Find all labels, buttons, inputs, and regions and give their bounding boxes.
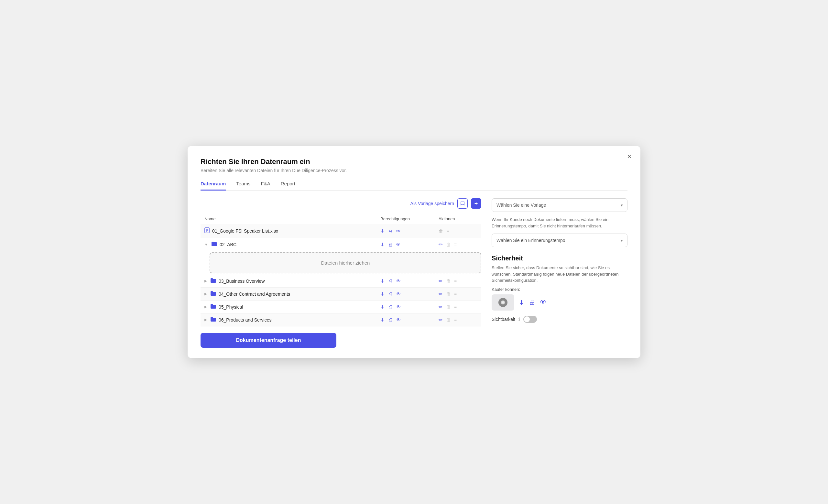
view-icon[interactable]: 👁 bbox=[396, 317, 401, 323]
top-actions: Als Vorlage speichern + bbox=[201, 198, 481, 209]
view-permission-icon[interactable]: 👁 bbox=[540, 299, 546, 306]
table-row: ▼ 02_ABC ⬇ 🖨 👁 ✏ 🗑 = bbox=[201, 238, 481, 251]
reminder-text: Wenn Ihr Kunde noch Dokumente liefern mu… bbox=[492, 216, 627, 229]
left-panel: Als Vorlage speichern + Name Berechtigun… bbox=[201, 198, 481, 348]
file-name: 04_Other Contract and Agreements bbox=[219, 291, 290, 297]
bookmark-icon-button[interactable] bbox=[457, 198, 468, 209]
file-name: 03_Business Overview bbox=[219, 279, 264, 284]
download-icon[interactable]: ⬇ bbox=[380, 291, 384, 297]
edit-icon[interactable]: ✏ bbox=[439, 317, 443, 323]
ai-icon-box[interactable] bbox=[492, 294, 514, 310]
sichtbarkeit-row: Sichtbarkeit ℹ bbox=[492, 316, 627, 323]
share-button[interactable]: Dokumentenanfrage teilen bbox=[201, 333, 336, 348]
chevron-right-icon[interactable]: ▶ bbox=[204, 305, 207, 309]
tab-report[interactable]: Report bbox=[281, 181, 295, 191]
actions-cell: ✏ 🗑 = bbox=[439, 291, 478, 297]
permissions-cell: ⬇ 🖨 👁 bbox=[380, 291, 439, 297]
col-name: Name bbox=[204, 216, 380, 221]
buyer-icons-row: ⬇ 🖨 👁 bbox=[492, 294, 627, 310]
edit-icon[interactable]: ✏ bbox=[439, 242, 443, 248]
save-template-button[interactable]: Als Vorlage speichern bbox=[410, 201, 454, 206]
actions-cell: ✏ 🗑 = bbox=[439, 304, 478, 310]
permissions-cell: ⬇ 🖨 👁 bbox=[380, 228, 439, 234]
download-permission-icon[interactable]: ⬇ bbox=[519, 299, 524, 306]
permissions-cell: ⬇ 🖨 👁 bbox=[380, 242, 439, 248]
modal-title: Richten Sie Ihren Datenraum ein bbox=[201, 158, 627, 166]
table-row: ▶ 05_Physical ⬇ 🖨 👁 ✏ 🗑 = bbox=[201, 300, 481, 313]
chevron-down-icon[interactable]: ▼ bbox=[204, 243, 208, 247]
drag-handle[interactable]: = bbox=[454, 279, 457, 284]
delete-icon[interactable]: 🗑 bbox=[446, 317, 451, 323]
download-icon[interactable]: ⬇ bbox=[380, 304, 384, 310]
download-icon[interactable]: ⬇ bbox=[380, 278, 384, 284]
print-permission-icon[interactable]: 🖨 bbox=[529, 299, 535, 306]
file-name-cell: ▶ 06_Products and Services bbox=[204, 317, 380, 323]
file-name: 02_ABC bbox=[220, 242, 237, 247]
drag-handle[interactable]: = bbox=[454, 291, 457, 297]
download-icon[interactable]: ⬇ bbox=[380, 242, 384, 248]
view-icon[interactable]: 👁 bbox=[396, 291, 401, 297]
delete-icon[interactable]: 🗑 bbox=[446, 304, 451, 309]
template-select-wrapper: Wählen Sie eine Vorlage Vorlage 1 Vorlag… bbox=[492, 198, 627, 212]
view-icon[interactable]: 👁 bbox=[396, 228, 401, 234]
file-name-cell: ▼ 02_ABC bbox=[204, 241, 380, 248]
actions-cell: ✏ 🗑 = bbox=[439, 278, 478, 284]
divider bbox=[492, 252, 627, 252]
drag-handle[interactable]: = bbox=[447, 228, 449, 234]
print-icon[interactable]: 🖨 bbox=[388, 291, 392, 297]
delete-icon[interactable]: 🗑 bbox=[446, 291, 451, 297]
download-icon[interactable]: ⬇ bbox=[380, 228, 384, 234]
file-name: 05_Physical bbox=[219, 304, 243, 309]
view-icon[interactable]: 👁 bbox=[396, 304, 401, 309]
delete-icon[interactable]: 🗑 bbox=[446, 242, 451, 247]
file-name-cell: 01_Google FSI Speaker List.xlsx bbox=[204, 227, 380, 235]
print-icon[interactable]: 🖨 bbox=[388, 278, 392, 284]
edit-icon[interactable]: ✏ bbox=[439, 278, 443, 284]
chevron-right-icon[interactable]: ▶ bbox=[204, 318, 207, 322]
col-permissions: Berechtigungen bbox=[380, 216, 439, 221]
drag-handle[interactable]: = bbox=[454, 242, 457, 247]
edit-icon[interactable]: ✏ bbox=[439, 291, 443, 297]
permissions-cell: ⬇ 🖨 👁 bbox=[380, 304, 439, 310]
drop-zone[interactable]: Dateien hierher ziehen bbox=[210, 252, 481, 274]
print-icon[interactable]: 🖨 bbox=[388, 317, 392, 323]
tab-datenraum[interactable]: Datenraum bbox=[201, 181, 226, 191]
edit-icon[interactable]: ✏ bbox=[439, 304, 443, 310]
table-row: ▶ 03_Business Overview ⬇ 🖨 👁 ✏ 🗑 = bbox=[201, 275, 481, 288]
print-icon[interactable]: 🖨 bbox=[388, 228, 392, 234]
view-icon[interactable]: 👁 bbox=[396, 242, 401, 247]
print-icon[interactable]: 🖨 bbox=[388, 242, 392, 247]
tab-fqa[interactable]: F&A bbox=[261, 181, 271, 191]
delete-icon[interactable]: 🗑 bbox=[439, 228, 444, 234]
col-actions: Aktionen bbox=[439, 216, 478, 221]
download-icon[interactable]: ⬇ bbox=[380, 317, 384, 323]
chevron-right-icon[interactable]: ▶ bbox=[204, 292, 207, 296]
drag-handle[interactable]: = bbox=[454, 317, 457, 323]
security-description: Stellen Sie sicher, dass Dokumente so si… bbox=[492, 265, 627, 284]
file-name-cell: ▶ 03_Business Overview bbox=[204, 278, 380, 284]
info-icon[interactable]: ℹ bbox=[519, 317, 520, 322]
file-name-cell: ▶ 04_Other Contract and Agreements bbox=[204, 291, 380, 297]
actions-cell: ✏ 🗑 = bbox=[439, 242, 478, 248]
reminder-select[interactable]: Wählen Sie ein Erinnerungstempo Täglich … bbox=[492, 234, 627, 247]
folder-icon bbox=[210, 304, 216, 310]
sichtbarkeit-label: Sichtbarkeit bbox=[492, 317, 515, 322]
close-button[interactable]: × bbox=[627, 153, 631, 160]
table-row: ▶ 06_Products and Services ⬇ 🖨 👁 ✏ 🗑 = bbox=[201, 313, 481, 326]
print-icon[interactable]: 🖨 bbox=[388, 304, 392, 309]
right-panel: Wählen Sie eine Vorlage Vorlage 1 Vorlag… bbox=[492, 198, 627, 348]
drag-handle[interactable]: = bbox=[454, 304, 457, 309]
folder-icon bbox=[210, 278, 216, 284]
sichtbarkeit-toggle[interactable] bbox=[523, 316, 537, 323]
template-select[interactable]: Wählen Sie eine Vorlage Vorlage 1 Vorlag… bbox=[492, 198, 627, 212]
drop-zone-indent: Dateien hierher ziehen bbox=[201, 252, 481, 274]
view-icon[interactable]: 👁 bbox=[396, 278, 401, 284]
tab-teams[interactable]: Teams bbox=[236, 181, 250, 191]
file-name-cell: ▶ 05_Physical bbox=[204, 304, 380, 310]
delete-icon[interactable]: 🗑 bbox=[446, 278, 451, 284]
add-file-button[interactable]: + bbox=[471, 198, 481, 209]
table-row: 01_Google FSI Speaker List.xlsx ⬇ 🖨 👁 🗑 … bbox=[201, 224, 481, 238]
chevron-right-icon[interactable]: ▶ bbox=[204, 279, 207, 283]
tab-bar: Datenraum Teams F&A Report bbox=[201, 181, 627, 191]
buyer-can-label: Käufer können: bbox=[492, 287, 627, 292]
